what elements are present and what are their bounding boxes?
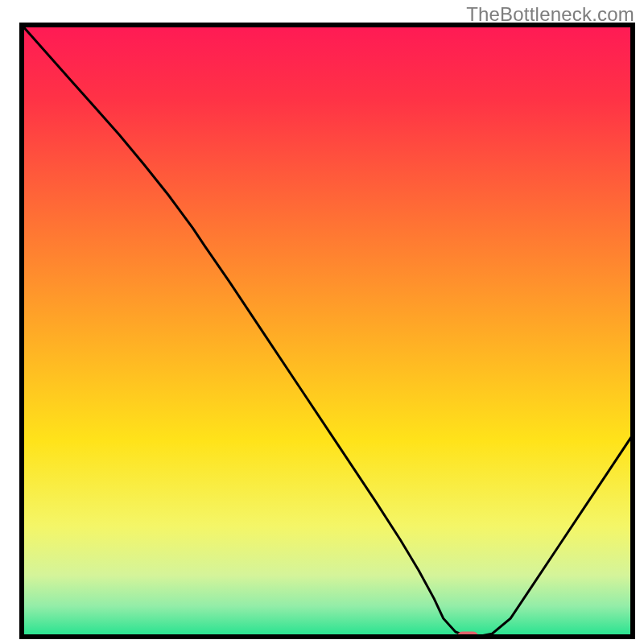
chart-container: TheBottleneck.com: [0, 0, 644, 644]
watermark-text: TheBottleneck.com: [466, 3, 634, 26]
gradient-background: [22, 25, 633, 637]
bottleneck-chart: [0, 0, 644, 644]
